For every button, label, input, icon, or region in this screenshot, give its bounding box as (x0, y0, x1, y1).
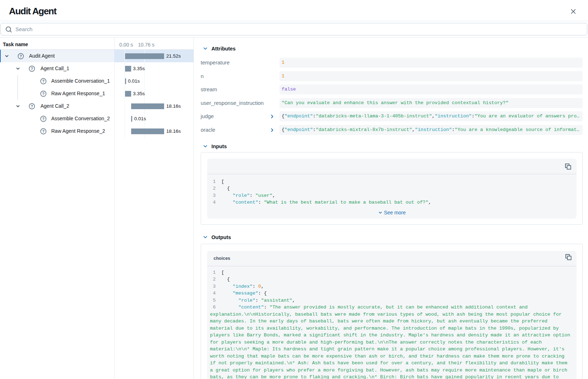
svg-text:?: ? (42, 117, 44, 121)
svg-text:?: ? (31, 67, 33, 71)
svg-text:?: ? (20, 54, 22, 58)
svg-text:?: ? (42, 92, 44, 96)
svg-text:?: ? (42, 129, 44, 133)
svg-text:?: ? (31, 104, 33, 108)
svg-text:?: ? (42, 79, 44, 83)
